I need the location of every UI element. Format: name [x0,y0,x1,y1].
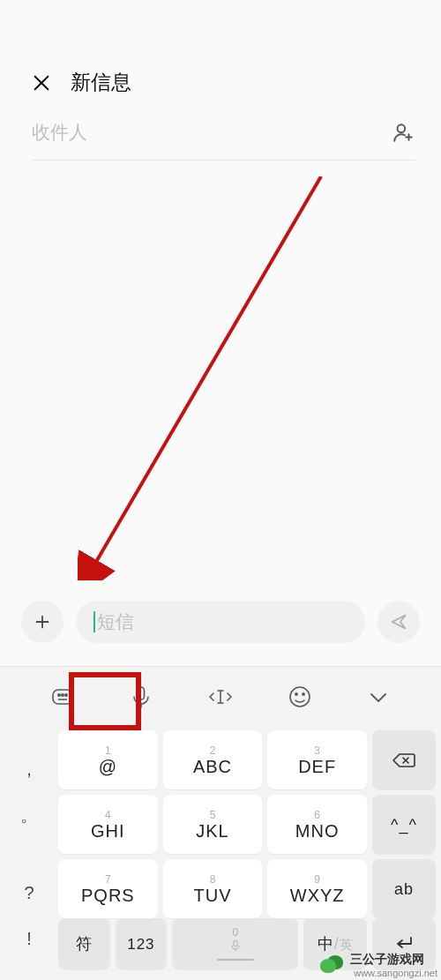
close-icon[interactable] [32,73,51,93]
watermark-domain: www.sangongzi.net [354,968,437,978]
recipient-input[interactable] [32,122,392,143]
cursor-move-icon[interactable] [206,682,235,712]
space-bar-indicator [217,959,254,961]
send-button[interactable] [377,601,420,643]
svg-rect-22 [234,940,237,946]
svg-point-8 [58,694,60,696]
svg-point-9 [62,694,64,696]
text-cursor [93,611,95,632]
key-5[interactable]: 5JKL [163,795,263,854]
kaomoji-key[interactable]: ^_^ [372,795,436,854]
keyboard: , 。 1@ 2ABC 3DEF 4GHI 5JKL 6MNO ^_^ [0,667,441,980]
punctuation-column-2[interactable]: ? ! [5,854,53,977]
backspace-key[interactable] [372,730,436,789]
message-input[interactable]: 短信 [76,601,365,643]
key-1[interactable]: 1@ [58,730,158,789]
svg-rect-12 [138,687,145,699]
emoji-icon[interactable] [285,682,315,712]
page-title: 新信息 [71,69,131,96]
key-4[interactable]: 4GHI [58,795,158,854]
punctuation-column[interactable]: , 。 [5,730,53,854]
add-attachment-button[interactable] [21,601,64,643]
svg-point-18 [295,693,296,695]
svg-point-19 [302,693,303,695]
chevron-down-icon[interactable] [363,682,393,712]
svg-point-2 [398,124,406,132]
numbers-key[interactable]: 123 [116,918,168,969]
key-6[interactable]: 6MNO [267,795,367,854]
space-key[interactable]: 0 [172,918,298,969]
symbols-key[interactable]: 符 [58,918,110,969]
alpha-mode-key[interactable]: ab [372,859,436,918]
watermark-logo-icon [320,955,345,975]
mic-icon [230,939,241,955]
mic-icon[interactable] [126,682,156,712]
watermark-title: 三公子游戏网 [350,952,437,968]
key-9[interactable]: 9WXYZ [267,859,367,918]
key-3[interactable]: 3DEF [267,730,367,789]
keyboard-icon[interactable] [48,682,78,712]
add-contact-icon[interactable] [392,121,415,144]
watermark: 三公子游戏网 www.sangongzi.net [317,950,441,980]
svg-point-10 [65,694,67,696]
svg-point-17 [290,687,310,707]
key-7[interactable]: 7PQRS [58,859,158,918]
message-placeholder: 短信 [97,610,134,634]
key-2[interactable]: 2ABC [163,730,263,789]
key-8[interactable]: 8TUV [163,859,263,918]
